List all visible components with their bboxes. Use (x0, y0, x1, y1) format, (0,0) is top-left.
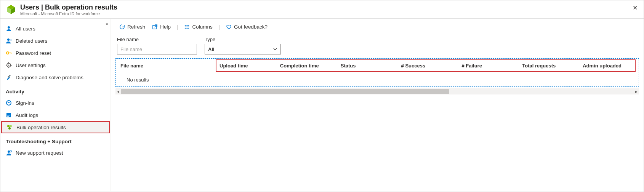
log-icon (6, 112, 12, 118)
svg-point-23 (8, 150, 10, 153)
sidebar-item-audit-logs[interactable]: Audit logs (0, 109, 111, 121)
sidebar-section-troubleshooting: Troubleshooting + Support (0, 133, 111, 147)
column-header-failure[interactable]: # Failure (457, 63, 517, 69)
toolbar: Refresh Help | Columns | Got feedba (111, 19, 644, 35)
sidebar-item-bulk-operation-results[interactable]: Bulk operation results (1, 121, 110, 133)
sidebar-item-label: Deleted users (16, 38, 47, 44)
column-header-status[interactable]: Status (336, 63, 397, 69)
external-link-icon (152, 24, 158, 30)
bulk-icon (6, 124, 13, 130)
empty-state: No results (116, 73, 639, 86)
type-filter-value: All (208, 46, 215, 52)
signin-icon (6, 100, 12, 106)
column-header-file-name[interactable]: File name (116, 63, 215, 69)
columns-icon (184, 24, 190, 30)
svg-point-10 (8, 65, 10, 66)
svg-point-20 (7, 125, 10, 127)
support-icon: ? (6, 150, 12, 156)
sidebar-item-diagnose[interactable]: Diagnose and solve problems (0, 71, 111, 83)
scroll-right-arrow[interactable]: ► (634, 90, 639, 94)
horizontal-scrollbar[interactable]: ◄ ► (115, 88, 639, 94)
scroll-left-arrow[interactable]: ◄ (115, 90, 121, 94)
chevron-down-icon (273, 47, 277, 51)
sidebar-item-label: Bulk operation results (16, 125, 66, 130)
results-table: File name Upload time Completion time St… (115, 58, 639, 87)
scroll-thumb[interactable] (121, 89, 449, 94)
page-header: Users | Bulk operation results Microsoft… (0, 0, 644, 19)
sidebar-item-label: Sign-ins (16, 100, 34, 106)
sidebar-item-deleted-users[interactable]: Deleted users (0, 35, 111, 47)
person-minus-icon (6, 38, 12, 44)
filename-filter-input[interactable] (117, 44, 197, 54)
page-subtitle: Microsoft - Microsoft Entra ID for workf… (20, 11, 117, 16)
feedback-label: Got feedback? (234, 24, 268, 30)
type-filter-label: Type (205, 37, 281, 42)
refresh-label: Refresh (127, 24, 145, 30)
sidebar: « All users Deleted users Password reset… (0, 19, 111, 191)
svg-point-3 (8, 26, 10, 29)
type-filter-select[interactable]: All (205, 44, 281, 54)
svg-rect-17 (7, 114, 10, 114)
sidebar-item-password-reset[interactable]: Password reset (0, 47, 111, 59)
sidebar-item-label: All users (16, 26, 35, 32)
svg-rect-18 (7, 115, 10, 115)
page-title: Users | Bulk operation results (20, 3, 117, 11)
sidebar-item-label: New support request (16, 150, 63, 156)
svg-rect-5 (10, 40, 12, 40)
help-label: Help (160, 24, 171, 30)
sidebar-item-user-settings[interactable]: User settings (0, 59, 111, 71)
columns-label: Columns (192, 24, 212, 30)
gear-icon (6, 62, 12, 68)
svg-point-4 (7, 38, 10, 41)
column-header-total-requests[interactable]: Total requests (517, 63, 578, 69)
close-button[interactable]: ✕ (633, 4, 638, 11)
toolbar-separator: | (175, 24, 179, 30)
person-icon (6, 26, 12, 32)
columns-button[interactable]: Columns (182, 22, 215, 31)
logo-icon (6, 4, 16, 15)
sidebar-item-all-users[interactable]: All users (0, 22, 111, 35)
filter-bar: File name Type All (111, 35, 644, 58)
table-header-row: File name Upload time Completion time St… (116, 59, 639, 73)
sidebar-item-label: Audit logs (16, 112, 38, 118)
toolbar-separator: | (217, 24, 221, 30)
svg-point-21 (10, 125, 12, 127)
scroll-track[interactable] (121, 89, 634, 94)
collapse-sidebar-button[interactable]: « (106, 21, 108, 26)
sidebar-section-activity: Activity (0, 83, 111, 97)
sidebar-item-new-support-request[interactable]: ? New support request (0, 147, 111, 159)
heart-icon (226, 24, 232, 30)
main-content: Refresh Help | Columns | Got feedba (111, 19, 644, 191)
sidebar-item-sign-ins[interactable]: Sign-ins (0, 97, 111, 109)
wrench-icon (6, 74, 12, 80)
refresh-button[interactable]: Refresh (117, 22, 147, 31)
sidebar-item-label: Password reset (16, 50, 51, 56)
refresh-icon (119, 24, 125, 30)
column-header-upload-time[interactable]: Upload time (215, 63, 276, 69)
column-header-admin-uploaded[interactable]: Admin uploaded (578, 63, 639, 69)
svg-rect-19 (7, 116, 9, 117)
filename-filter-label: File name (117, 37, 197, 42)
sidebar-item-label: Diagnose and solve problems (16, 75, 83, 80)
svg-rect-8 (11, 53, 11, 54)
svg-point-22 (8, 127, 11, 130)
column-header-success[interactable]: # Success (397, 63, 457, 69)
feedback-button[interactable]: Got feedback? (224, 22, 270, 31)
sidebar-item-label: User settings (16, 62, 46, 68)
key-icon (6, 50, 12, 56)
column-header-completion-time[interactable]: Completion time (276, 63, 336, 69)
help-button[interactable]: Help (150, 22, 173, 31)
